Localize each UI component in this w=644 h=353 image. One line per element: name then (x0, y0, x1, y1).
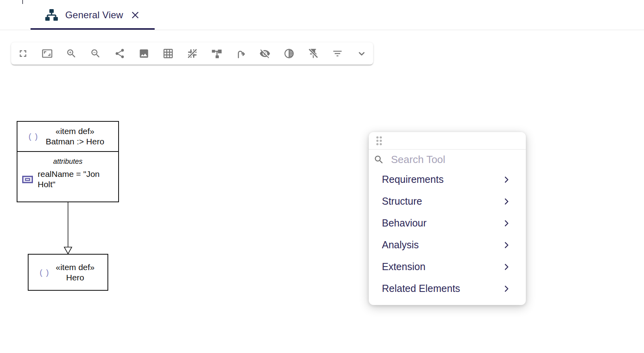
zoom-out-icon (90, 48, 101, 59)
palette-section-structure[interactable]: Structure (369, 190, 526, 212)
arrange-all-button[interactable] (211, 48, 222, 59)
edge-routing-icon (235, 48, 246, 59)
diagram-canvas[interactable]: ( ) «item def» Batman :> Hero attributes… (0, 31, 644, 353)
palette-section-analysis[interactable]: Analysis (369, 234, 526, 256)
hide-elements-button[interactable] (259, 48, 270, 59)
fullscreen-button[interactable] (17, 48, 29, 59)
compartment-label: attributes (17, 157, 118, 166)
palette-search (369, 150, 526, 169)
tab-bar: General View (0, 0, 644, 30)
unpin-elements-icon (308, 48, 319, 59)
palette-section-requirements[interactable]: Requirements (369, 169, 526, 190)
drag-indicator-icon (372, 134, 386, 148)
node-stereotype: «item def» (32, 126, 118, 136)
expand-toolbar-button[interactable] (356, 48, 367, 59)
export-image-icon (138, 48, 150, 59)
share-icon (114, 48, 125, 59)
edge-routing-button[interactable] (235, 48, 246, 59)
grid-button[interactable] (163, 48, 174, 59)
zoom-in-button[interactable] (66, 48, 77, 59)
node-stereotype: «item def» (43, 262, 107, 272)
active-tab-indicator (31, 28, 155, 30)
share-button[interactable] (114, 48, 125, 59)
fit-to-screen-button[interactable] (42, 48, 53, 59)
palette-drag-handle[interactable] (369, 132, 526, 150)
tab-label: General View (65, 10, 123, 21)
node-batman[interactable]: ( ) «item def» Batman :> Hero attributes… (17, 121, 119, 202)
grid-icon (163, 48, 174, 59)
filter-button[interactable] (332, 48, 343, 59)
close-icon[interactable] (129, 9, 141, 21)
palette-menu: Requirements Structure Behaviour Analysi… (369, 169, 526, 299)
tab-general-view[interactable]: General View (31, 0, 155, 30)
fade-elements-button[interactable] (284, 48, 295, 59)
expand-toolbar-icon (356, 48, 367, 59)
chevron-right-icon (502, 219, 511, 228)
palette-section-behaviour[interactable]: Behaviour (369, 212, 526, 234)
fade-elements-icon (284, 48, 295, 59)
node-hero[interactable]: ( ) «item def» Hero (28, 254, 108, 291)
zoom-out-button[interactable] (90, 48, 101, 59)
fullscreen-icon (17, 48, 29, 59)
grid-off-button[interactable] (187, 48, 198, 59)
hide-elements-icon (259, 48, 270, 59)
export-image-button[interactable] (138, 48, 150, 59)
node-name: Batman :> Hero (32, 136, 118, 147)
attribute-icon (22, 176, 33, 183)
node-header: ( ) «item def» Batman :> Hero (17, 122, 118, 152)
chevron-right-icon (502, 263, 511, 271)
item-def-icon: ( ) (40, 268, 50, 277)
window-edge-artifact (22, 0, 23, 4)
item-def-icon: ( ) (29, 132, 38, 141)
palette-section-extension[interactable]: Extension (369, 256, 526, 278)
chevron-right-icon (502, 175, 511, 184)
zoom-in-icon (66, 48, 77, 59)
fit-to-screen-icon (42, 48, 53, 59)
filter-icon (332, 48, 343, 59)
arrange-all-icon (211, 48, 222, 59)
chevron-right-icon (502, 241, 511, 249)
unpin-elements-button[interactable] (308, 48, 319, 59)
palette-section-related-elements[interactable]: Related Elements (369, 278, 526, 299)
diagram-tree-icon (44, 8, 59, 23)
attribute-row[interactable]: realName = "Jon Holt" (17, 166, 118, 190)
node-name: Hero (43, 272, 107, 283)
chevron-right-icon (502, 284, 511, 293)
node-header: ( ) «item def» Hero (29, 255, 107, 290)
attribute-text: realName = "Jon Holt" (38, 169, 113, 190)
chevron-right-icon (502, 197, 511, 206)
attributes-compartment: attributes realName = "Jon Holt" (17, 152, 118, 190)
search-input[interactable] (391, 153, 521, 166)
tool-palette: Requirements Structure Behaviour Analysi… (369, 132, 526, 305)
diagram-toolbar (11, 42, 373, 65)
search-icon (374, 154, 384, 165)
app-root: General View (0, 0, 644, 353)
grid-off-icon (187, 48, 198, 59)
